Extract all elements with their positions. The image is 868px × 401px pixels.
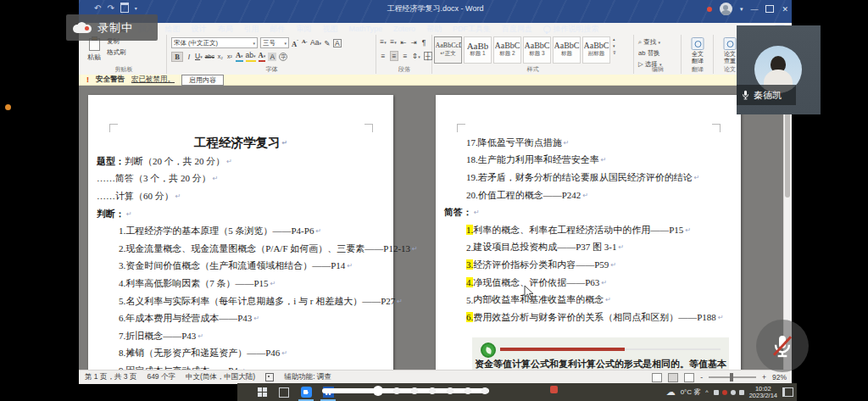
subscript-icon[interactable]: x₂ — [217, 53, 224, 61]
align-left-icon[interactable]: ≡ — [380, 52, 387, 60]
numbering-icon[interactable]: ≡▾ — [390, 37, 397, 47]
font-family-select[interactable]: 宋体 (中文正文)▾ — [171, 37, 258, 48]
cloud-record-icon — [73, 22, 92, 33]
change-case-icon[interactable]: Aa▾ — [310, 38, 321, 47]
volume-icon[interactable] — [739, 390, 744, 395]
close-button[interactable]: ✕ — [782, 5, 788, 14]
network-icon[interactable] — [731, 390, 736, 395]
align-center-icon[interactable]: ≡ — [390, 51, 398, 61]
tab-baidu-pan[interactable]: 百度网盘 — [497, 23, 538, 35]
notification-center-icon[interactable] — [782, 387, 793, 397]
enclose-char-icon[interactable]: 字 — [279, 53, 287, 61]
paper-check-button[interactable]: 论文 查重 — [724, 37, 737, 64]
style-heading1[interactable]: AaBb 标题 1 — [464, 36, 492, 64]
accessibility-status[interactable]: 辅助功能: 调查 — [284, 372, 331, 382]
tab-mailings[interactable]: 邮件 — [264, 23, 291, 35]
tab-draw[interactable]: 绘图 — [159, 23, 186, 35]
borders-icon[interactable]: ┼ — [424, 52, 432, 60]
page-1[interactable]: 工程经济学复习↵ 题型：判断（20 个，共 20 分）↵ ……简答（3 个，共 … — [88, 95, 393, 370]
ribbon-options-icon[interactable]: ▾ — [740, 6, 743, 13]
superscript-icon[interactable]: x² — [226, 53, 233, 61]
bold-icon[interactable]: B — [171, 52, 183, 62]
indent-decrease-icon[interactable]: ⇤ — [400, 38, 407, 47]
macros-disabled-link[interactable]: 宏已被禁用。 — [131, 75, 175, 85]
weather-text[interactable]: 0°C 雾 — [681, 387, 701, 397]
shrink-font-icon[interactable]: Aˇ — [301, 37, 308, 47]
tab-layout[interactable]: 布局 — [212, 23, 238, 35]
enable-content-button[interactable]: 启用内容 — [181, 75, 224, 86]
meeting-app-button[interactable] — [295, 383, 317, 401]
full-translate-button[interactable]: 全文 翻译 — [692, 37, 704, 64]
qat-customize-icon[interactable]: ▾ — [135, 5, 137, 11]
zoom-in-button[interactable]: + — [762, 373, 766, 382]
clock[interactable]: 10:02 2023/2/14 — [749, 386, 777, 399]
page-indicator[interactable]: 第 1 页，共 3 页 — [85, 372, 136, 382]
replace-button[interactable]: ab 替换 — [638, 49, 661, 58]
style-heading3[interactable]: AaBbC 标题 3 — [523, 36, 551, 64]
account-avatar[interactable] — [720, 3, 732, 15]
style-normal[interactable]: AaBbCcDd ↵正文 — [434, 36, 462, 64]
restore-button[interactable] — [765, 5, 774, 13]
redo-icon[interactable]: ↷ — [107, 3, 114, 13]
find-button[interactable]: ⌕ 查找 ▾ — [638, 38, 661, 47]
style-title[interactable]: AaBbC 标题 — [553, 36, 581, 64]
style-subtitle[interactable]: AaBbC 副标题 — [582, 36, 610, 64]
tab-pdf-tools[interactable]: PDF工具集 — [448, 23, 497, 35]
zoom-slider[interactable] — [709, 376, 756, 378]
strikethrough-icon[interactable]: abc — [205, 53, 214, 61]
tell-me-search[interactable]: 操作说明搜索 — [538, 23, 604, 35]
zoom-slider-knob[interactable] — [730, 373, 733, 382]
tab-design[interactable]: 设计 — [186, 23, 212, 35]
highlight-color-icon[interactable]: ab▾ — [246, 51, 256, 62]
tab-view[interactable]: 视图 — [317, 23, 343, 35]
bullets-icon[interactable]: ≡▾ — [380, 37, 387, 47]
char-border-icon[interactable]: A — [333, 39, 342, 47]
tray-icon-red[interactable] — [722, 390, 727, 395]
macro-record-icon[interactable] — [265, 373, 274, 382]
language-indicator[interactable]: 中文(简体，中国大陆) — [186, 372, 255, 382]
weather-icon[interactable]: ☁ — [666, 387, 676, 398]
minimize-button[interactable]: — — [750, 5, 758, 14]
tab-references[interactable]: 引用 — [238, 23, 264, 35]
page-2[interactable]: 17.降低盈亏平衡点措施↵ 18.生产能力利用率和经营安全率↵ 19.若矛盾，财… — [436, 95, 741, 370]
tray-icon[interactable] — [714, 390, 719, 395]
doc-line: 3.资金时间价值概念（生产和流通领域相结合）——P14↵ — [88, 258, 393, 276]
italic-icon[interactable]: I — [186, 53, 192, 61]
styles-down-icon[interactable]: ▾ — [613, 43, 616, 48]
grow-font-icon[interactable]: Aˆ — [292, 37, 298, 48]
tab-review[interactable]: 审阅 — [291, 23, 317, 35]
print-layout-button[interactable] — [668, 373, 678, 382]
styles-up-icon[interactable]: ▴ — [613, 36, 616, 42]
indent-increase-icon[interactable]: ⇥ — [410, 38, 417, 47]
word-count[interactable]: 649 个字 — [147, 372, 175, 382]
clear-format-icon[interactable]: ✎ — [324, 39, 331, 47]
tab-zotero[interactable]: Zotero — [388, 23, 421, 35]
tab-help[interactable]: 帮助 — [421, 23, 448, 35]
undo-icon[interactable]: ↶ — [94, 3, 101, 13]
format-painter-button[interactable]: 格式刷 — [107, 48, 126, 57]
scrubber-knob[interactable] — [373, 386, 383, 396]
text-effects-icon[interactable]: A▾ — [236, 51, 243, 62]
start-button[interactable] — [251, 383, 273, 401]
char-shading-icon[interactable]: A — [268, 53, 276, 61]
tab-mathtype[interactable]: MathType — [343, 23, 388, 35]
task-view-button[interactable] — [273, 383, 295, 401]
zoom-percent[interactable]: 92% — [772, 373, 787, 382]
save-icon[interactable] — [120, 3, 129, 13]
webcam-tile[interactable]: 秦德凯 — [737, 25, 821, 114]
zoom-out-button[interactable]: - — [700, 373, 703, 382]
web-layout-button[interactable] — [684, 373, 694, 382]
underline-icon[interactable]: U▾ — [195, 52, 203, 61]
align-right-icon[interactable]: ≡ — [402, 52, 409, 60]
font-size-select[interactable]: 三号▾ — [260, 37, 289, 48]
hidden-icons-chevron[interactable]: ^ — [705, 389, 708, 395]
read-mode-button[interactable] — [652, 373, 662, 382]
line-spacing-icon[interactable]: ⇕▾ — [412, 52, 420, 61]
pilcrow-icon[interactable]: ¶ — [420, 38, 427, 47]
styles-more-icon[interactable]: ⊽ — [613, 50, 616, 55]
mute-button[interactable] — [756, 320, 809, 372]
playback-scrubber[interactable] — [322, 388, 489, 393]
doc-line: ……简答（3 个，共 20 分）↵ — [88, 170, 393, 188]
style-heading2[interactable]: AaBbC 标题 2 — [493, 36, 521, 64]
font-color-icon[interactable]: A▾ — [259, 51, 266, 62]
